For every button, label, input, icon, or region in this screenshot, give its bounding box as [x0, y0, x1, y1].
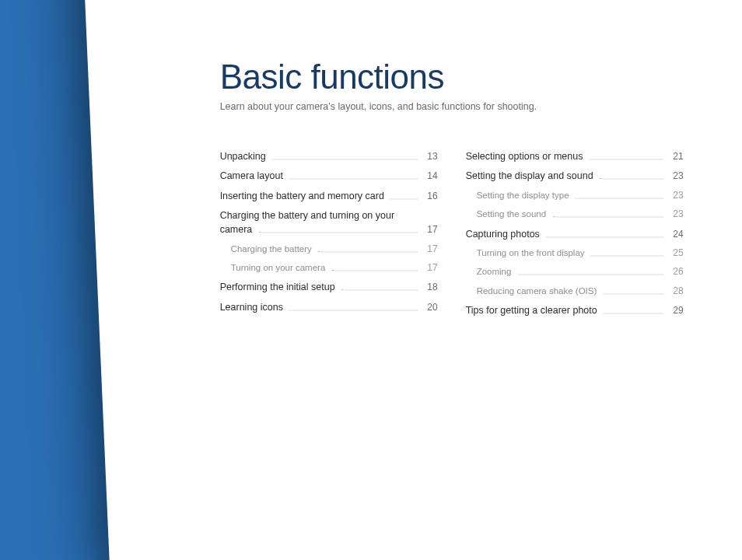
toc-entry[interactable]: Performing the initial setup18	[220, 281, 438, 295]
toc-label: camera	[220, 223, 256, 237]
toc-leader	[341, 290, 418, 291]
toc-subentry[interactable]: Turning on your camera17	[220, 262, 438, 275]
toc-leader	[289, 310, 418, 310]
toc-leader	[576, 198, 663, 198]
toc-label: Reducing camera shake (OIS)	[477, 285, 600, 298]
toc-leader	[546, 236, 663, 237]
toc-page: 24	[667, 228, 684, 241]
toc-page: 20	[421, 301, 438, 314]
toc-leader	[272, 159, 418, 159]
toc-label: Tips for getting a clearer photo	[466, 304, 600, 318]
page-title: Basic functions	[220, 58, 729, 96]
toc-leader	[591, 255, 663, 256]
toc-subentry[interactable]: Charging the battery17	[220, 243, 438, 256]
toc-label: Performing the initial setup	[220, 281, 338, 295]
toc-page: 14	[421, 170, 438, 184]
toc-page: 23	[667, 208, 684, 222]
toc-label: Turning on the front display	[477, 247, 588, 260]
toc-label: Unpacking	[220, 149, 269, 163]
toc-page: 25	[667, 247, 684, 260]
toc-label: Charging the battery and turning on your	[220, 209, 438, 223]
toc-subentry[interactable]: Setting the display type23	[466, 189, 684, 202]
toc-page: 29	[667, 305, 684, 318]
toc-leader	[517, 275, 663, 275]
toc-leader	[390, 198, 418, 199]
toc-label: Zooming	[477, 266, 515, 279]
toc-leader	[589, 159, 663, 159]
toc-subentry[interactable]: Reducing camera shake (OIS)28	[466, 285, 684, 298]
toc-page: 13	[421, 150, 438, 163]
toc-subentry[interactable]: Zooming26	[466, 266, 684, 279]
toc-subentry[interactable]: Turning on the front display25	[466, 247, 684, 260]
toc-entry[interactable]: Selecting options or menus21	[466, 149, 684, 163]
toc-label: Inserting the battery and memory card	[220, 189, 387, 203]
toc-subentry[interactable]: Setting the sound23	[466, 208, 684, 222]
page-content: Basic functions Learn about your camera'…	[220, 58, 729, 324]
toc-label: Selecting options or menus	[466, 149, 586, 163]
toc-entry[interactable]: Camera layout14	[220, 170, 438, 184]
toc-page: 17	[421, 262, 438, 275]
toc-leader	[604, 313, 663, 314]
toc-page: 23	[667, 189, 684, 202]
toc-label: Charging the battery	[231, 243, 315, 256]
toc-label: Turning on your camera	[231, 262, 329, 275]
toc-page: 28	[667, 285, 684, 298]
toc-page: 18	[421, 282, 438, 295]
toc-entry[interactable]: Setting the display and sound23	[466, 170, 684, 184]
toc-label: Learning icons	[220, 300, 286, 314]
toc-leader	[318, 251, 418, 252]
toc-label: Setting the display type	[477, 189, 572, 202]
toc-columns: Unpacking13Camera layout14Inserting the …	[220, 149, 729, 324]
page-subtitle: Learn about your camera's layout, icons,…	[220, 101, 729, 112]
toc-entry[interactable]: Learning icons20	[220, 300, 438, 314]
toc-column-right: Selecting options or menus21Setting the …	[466, 149, 684, 324]
toc-label: Setting the display and sound	[466, 170, 597, 184]
toc-leader	[600, 179, 663, 180]
toc-entry[interactable]: Tips for getting a clearer photo29	[466, 304, 684, 318]
toc-leader	[258, 233, 417, 233]
toc-leader	[289, 179, 418, 180]
document-page: Basic functions Learn about your camera'…	[84, 0, 742, 560]
toc-page: 16	[421, 190, 438, 203]
toc-page: 26	[667, 266, 684, 279]
toc-leader	[552, 217, 663, 218]
toc-label: Camera layout	[220, 170, 286, 184]
toc-page: 17	[421, 224, 438, 237]
toc-page: 21	[667, 150, 684, 163]
toc-entry[interactable]: Inserting the battery and memory card16	[220, 189, 438, 203]
toc-page: 23	[667, 170, 684, 184]
toc-label: Capturing photos	[466, 227, 543, 241]
toc-entry[interactable]: Unpacking13	[220, 149, 438, 163]
toc-leader	[331, 271, 417, 271]
toc-page: 17	[421, 243, 438, 256]
toc-label: Setting the sound	[477, 208, 550, 222]
toc-column-left: Unpacking13Camera layout14Inserting the …	[220, 149, 438, 324]
toc-leader	[603, 293, 663, 294]
toc-entry[interactable]: Capturing photos24	[466, 227, 684, 241]
toc-entry[interactable]: Charging the battery and turning on your…	[220, 209, 438, 238]
